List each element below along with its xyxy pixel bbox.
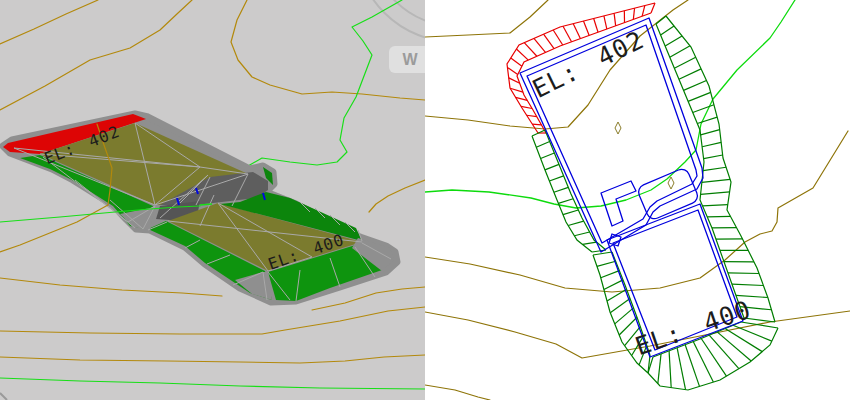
contour-line [0, 0, 98, 44]
contour-line-green [425, 0, 795, 208]
survey-point-diamond [668, 177, 674, 189]
contour-dash-green [200, 204, 212, 205]
contour-line-green [248, 0, 402, 166]
contour-line-brown [425, 131, 848, 292]
3d-model-viewport[interactable]: EL: 402EL: 400 W [0, 0, 425, 400]
contour-line [0, 355, 425, 363]
survey-point-diamond [615, 122, 621, 134]
3d-model-canvas: EL: 402EL: 400 [0, 0, 425, 400]
contour-line [0, 278, 222, 296]
fill-daylight-hatch-green [532, 130, 606, 252]
cad-workspace: EL: 402EL: 400 W EL: 402EL: 400 [0, 0, 850, 400]
ucs-corner-mark [0, 393, 7, 400]
viewcube-west-button[interactable]: W [389, 46, 425, 73]
contour-line [0, 0, 192, 110]
pad-step-tab-outline [601, 181, 636, 226]
contour-line [369, 180, 425, 212]
contour-line [0, 307, 425, 334]
fill-daylight-hatch-green [656, 16, 775, 322]
contour-line-brown [425, 0, 548, 37]
plan-view-canvas: EL: 402EL: 400 [425, 0, 850, 400]
plan-view-viewport[interactable]: EL: 402EL: 400 [425, 0, 850, 400]
pad-400-elevation-label: EL: 400 [632, 295, 755, 362]
contour-line-brown [425, 385, 490, 400]
contour-line-green [0, 378, 425, 389]
